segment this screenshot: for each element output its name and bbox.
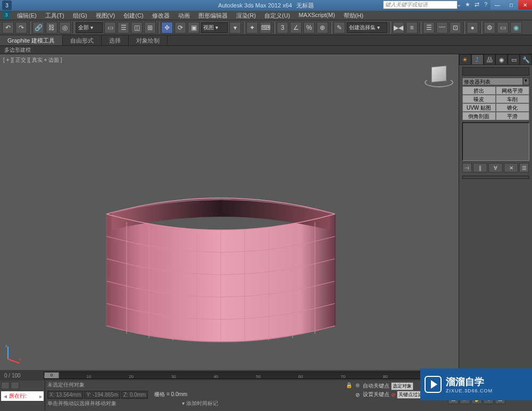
edit-named-sel-button[interactable]: ✎ (334, 22, 345, 34)
menu-graph-editors[interactable]: 图形编辑器 (194, 11, 232, 20)
window-crossing-button[interactable]: ⊞ (144, 22, 156, 34)
schematic-button[interactable]: ⊡ (450, 22, 461, 34)
ribbon-tab-selection[interactable]: 选择 (102, 35, 129, 45)
auto-key-button[interactable]: 自动关键点 (363, 382, 389, 390)
move-button[interactable]: ✥ (161, 22, 173, 34)
render-frame-button[interactable]: ▭ (497, 22, 509, 34)
isolate-icon[interactable]: ⊕ (355, 382, 360, 388)
add-time-tag-button[interactable]: ▾ 添加时间标记 (182, 400, 218, 406)
menu-customize[interactable]: 自定义(U) (260, 11, 294, 20)
undo-button[interactable]: ↶ (2, 22, 14, 34)
modifier-list-dropdown[interactable]: 修改器列表 (462, 78, 523, 85)
listener-icon[interactable] (11, 382, 19, 389)
bind-button[interactable]: ◎ (59, 22, 71, 34)
mod-smooth-button[interactable]: 平滑 (496, 112, 529, 120)
help-search-input[interactable]: 键入关键字或短语 (383, 1, 458, 9)
script-listener-input[interactable]: ◄所在行:▸ (1, 391, 44, 401)
spinner-snap-button[interactable]: ⊕ (317, 22, 328, 34)
display-tab-icon[interactable]: ▭ (508, 54, 520, 65)
snap-button[interactable]: 3 (277, 22, 288, 34)
menu-create[interactable]: 创建(C) (119, 11, 147, 20)
application-menu-icon[interactable]: 3 (2, 11, 11, 19)
select-name-button[interactable]: ☰ (118, 22, 129, 34)
star-icon[interactable]: ★ (464, 1, 471, 9)
mod-taper-button[interactable]: 锥化 (496, 103, 529, 112)
close-button[interactable]: ✕ (518, 0, 532, 10)
hierarchy-tab-icon[interactable]: 品 (484, 54, 496, 65)
ribbon-panel-label[interactable]: 多边形建模 (0, 46, 532, 54)
percent-snap-button[interactable]: % (303, 22, 315, 34)
make-unique-button[interactable]: ∀ (488, 163, 503, 172)
redo-button[interactable]: ↷ (15, 22, 27, 34)
object-name-input[interactable] (462, 67, 529, 76)
modify-tab-icon[interactable]: ⤴ (471, 54, 484, 65)
coord-x-input[interactable]: X: 13.564mm (47, 391, 83, 399)
scale-button[interactable]: ▣ (188, 22, 200, 34)
remove-mod-button[interactable]: ✕ (504, 163, 518, 172)
menu-group[interactable]: 组(G) (69, 11, 92, 20)
render-button[interactable]: ◉ (510, 22, 522, 34)
lock-selection-icon[interactable]: 🔒 (346, 382, 352, 388)
mod-lathe-button[interactable]: 车削 (496, 95, 529, 103)
rollout-divider[interactable] (462, 176, 529, 179)
mod-extrude-button[interactable]: 挤出 (462, 86, 496, 95)
menu-help[interactable]: 帮助(H) (339, 11, 368, 20)
rotate-button[interactable]: ⟳ (174, 22, 186, 34)
menu-edit[interactable]: 编辑(E) (13, 11, 41, 20)
keyboard-shortcut-button[interactable]: ⌨ (260, 22, 271, 34)
menu-tools[interactable]: 工具(T) (41, 11, 69, 20)
menu-modifiers[interactable]: 修改器 (148, 11, 174, 20)
select-region-button[interactable]: ◫ (131, 22, 143, 34)
ribbon-tab-freeform[interactable]: 自由形式 (63, 35, 102, 45)
mod-bevel-button[interactable]: 倒角剖面 (462, 112, 496, 120)
create-tab-icon[interactable]: ☀ (459, 54, 471, 65)
render-setup-button[interactable]: ⚙ (484, 22, 495, 34)
angle-snap-button[interactable]: ∠ (290, 22, 302, 34)
viewport[interactable]: [ + ][ 正交 ][ 真实 + 边面 ] (0, 54, 459, 370)
mod-meshsmooth-button[interactable]: 网格平滑 (496, 86, 529, 95)
pivot-button[interactable]: ▾ (229, 22, 241, 34)
mod-skin-button[interactable]: 噪皮 (462, 95, 496, 103)
pin-stack-button[interactable]: ⊣ (462, 163, 472, 172)
modifier-dropdown-arrow-icon[interactable]: ▼ (523, 78, 529, 85)
ref-coord-dropdown[interactable]: 视图 ▾ (201, 22, 228, 33)
minimize-button[interactable]: — (491, 0, 504, 10)
set-key-button[interactable]: 设置关键点 (363, 391, 389, 398)
ribbon-tab-paint[interactable]: 对象绘制 (129, 35, 168, 45)
timeline-track[interactable]: 0 01020 304050 607080 90 (44, 372, 468, 379)
utilities-tab-icon[interactable]: 🔧 (520, 54, 532, 65)
time-tag-icon[interactable]: ⊘ (355, 392, 360, 398)
show-result-button[interactable]: ∥ (473, 163, 487, 172)
configure-button[interactable]: ☰ (519, 163, 529, 172)
info-icon[interactable]: ? (482, 1, 489, 9)
maximize-button[interactable]: □ (504, 0, 518, 10)
ribbon-tab-graphite[interactable]: Graphite 建模工具 (0, 35, 63, 45)
mirror-button[interactable]: ▶◀ (393, 22, 404, 34)
material-editor-button[interactable]: ● (467, 22, 478, 34)
curve-editor-button[interactable]: 〰 (436, 22, 448, 34)
layers-button[interactable]: ☰ (423, 22, 435, 34)
help-dropdown-icon[interactable]: ⌄ (455, 1, 462, 9)
coord-z-input[interactable]: Z: 0.0mm (121, 391, 148, 399)
viewcube[interactable] (427, 64, 451, 88)
cylinder-object[interactable] (101, 177, 340, 358)
menu-rendering[interactable]: 渲染(R) (232, 11, 260, 20)
link-button[interactable]: 🔗 (32, 22, 44, 34)
unlink-button[interactable]: ⛓ (46, 22, 57, 34)
coord-y-input[interactable]: Y: -194.865m (84, 391, 120, 399)
manipulate-button[interactable]: ✦ (246, 22, 258, 34)
mod-uvw-button[interactable]: UVW 贴图 (462, 103, 496, 112)
script-icon[interactable] (1, 382, 10, 389)
named-selection-dropdown[interactable]: 创建选择集 ▾ (347, 22, 387, 33)
select-button[interactable]: ▭ (104, 22, 116, 34)
motion-tab-icon[interactable]: ◉ (495, 54, 508, 65)
selection-filter-dropdown[interactable]: 全部 ▾ (76, 22, 103, 33)
viewport-label[interactable]: [ + ][ 正交 ][ 真实 + 边面 ] (3, 56, 62, 64)
menu-maxscript[interactable]: MAXScript(M) (294, 11, 339, 20)
align-button[interactable]: ≡ (406, 22, 418, 34)
exchange-icon[interactable]: ⇄ (473, 1, 480, 9)
menu-animation[interactable]: 动画 (174, 11, 194, 20)
key-icon[interactable]: ⊘ (391, 392, 395, 398)
modifier-stack[interactable] (462, 122, 529, 161)
key-target-dropdown[interactable]: 选定对象 (391, 382, 413, 390)
